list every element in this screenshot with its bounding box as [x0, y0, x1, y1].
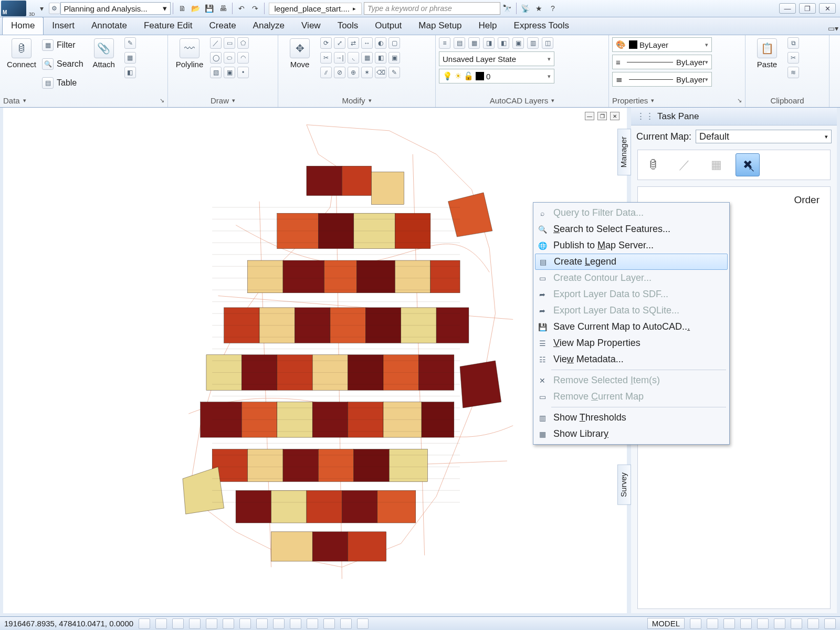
app-icon[interactable]: M [1, 1, 26, 16]
tab-map-setup[interactable]: Map Setup [410, 17, 470, 35]
sb-5[interactable] [206, 618, 217, 629]
move-button[interactable]: ✥Move [281, 37, 318, 69]
sb-11[interactable] [307, 618, 318, 629]
offset-icon[interactable]: ⫽ [320, 67, 332, 78]
tp-tools-icon[interactable]: ✖↖ [736, 153, 760, 176]
tab-express-tools[interactable]: Express Tools [506, 17, 578, 35]
tp-style-icon[interactable]: ／ [673, 153, 697, 176]
ellipse-icon[interactable]: ⬭ [224, 52, 235, 64]
mirror-icon[interactable]: ⇄ [348, 37, 359, 49]
restore-button[interactable]: ❐ [799, 3, 816, 14]
print-icon[interactable]: 🖶 [217, 2, 229, 15]
array-icon[interactable]: ▦ [361, 52, 373, 64]
polyline-button[interactable]: 〰Polyline [171, 37, 208, 69]
scale-icon[interactable]: ⤢ [334, 37, 345, 49]
close-button[interactable]: ✕ [819, 3, 836, 14]
mod-c-icon[interactable]: ◧ [375, 52, 386, 64]
minimize-button[interactable]: — [779, 3, 796, 14]
tab-annotate[interactable]: Annotate [83, 17, 135, 35]
ribbon-options-icon[interactable]: ▭▾ [827, 22, 839, 35]
region-icon[interactable]: ▣ [224, 67, 235, 78]
match-icon[interactable]: ≋ [788, 67, 799, 78]
redo-icon[interactable]: ↷ [249, 2, 261, 15]
comm-center-icon[interactable]: 📡 [519, 2, 532, 15]
rotate-icon[interactable]: ⟳ [320, 37, 332, 49]
tab-view[interactable]: View [293, 17, 329, 35]
tab-help[interactable]: Help [470, 17, 506, 35]
circle-icon[interactable]: ◯ [210, 52, 222, 64]
save-icon[interactable]: 💾 [203, 2, 216, 15]
sb-r4[interactable] [740, 618, 752, 629]
prop-color-select[interactable]: 🎨ByLayer▾ [612, 37, 712, 52]
prop-lineweight-select[interactable]: ≡ByLayer▾ [612, 55, 712, 69]
vtab-display-manager[interactable]: Manager [617, 129, 631, 175]
filter-button[interactable]: ▦Filter [42, 37, 83, 53]
stretch-icon[interactable]: ↔ [361, 37, 373, 49]
document-tab[interactable]: legend_place_start.... ▸ [269, 3, 362, 15]
tab-home[interactable]: Home [2, 17, 44, 35]
trim-icon[interactable]: ✂ [320, 52, 332, 64]
sb-r6[interactable] [774, 618, 785, 629]
cut-icon[interactable]: ✂ [788, 52, 799, 64]
group-modify-label[interactable]: Modify▾ [281, 94, 432, 107]
sb-r1[interactable] [690, 618, 701, 629]
sb-7[interactable] [239, 618, 251, 629]
sb-12[interactable] [323, 618, 335, 629]
help-icon[interactable]: ? [547, 2, 559, 15]
sb-r2[interactable] [707, 618, 718, 629]
binoculars-icon[interactable]: 🔭 [501, 2, 513, 15]
qat-dropdown-icon[interactable]: ▾ [36, 2, 48, 15]
menu-item-search-to-select-features[interactable]: 🔍Search to Select Features... [533, 221, 729, 237]
workspace-selector[interactable]: Planning and Analysis... ▾ [60, 2, 171, 15]
copy-icon[interactable]: ⧉ [788, 37, 799, 49]
menu-item-show-library[interactable]: ▦Show Library [533, 426, 729, 442]
sb-1[interactable] [139, 618, 150, 629]
group-properties-label[interactable]: Properties▾↘ [612, 94, 742, 107]
rect-icon[interactable]: ▭ [224, 37, 235, 49]
model-space-button[interactable]: MODEL [647, 618, 685, 629]
sb-13[interactable] [340, 618, 352, 629]
sb-14[interactable] [357, 618, 369, 629]
tab-tools[interactable]: Tools [329, 17, 367, 35]
connect-button[interactable]: 🛢Connect [3, 37, 40, 69]
current-map-select[interactable]: Default▾ [696, 130, 832, 143]
sb-r7[interactable] [791, 618, 802, 629]
menu-item-view-metadata[interactable]: ☷View Metadata... [533, 351, 729, 368]
tp-table-icon[interactable]: ▦ [704, 153, 728, 176]
tab-insert[interactable]: Insert [44, 17, 83, 35]
tab-analyze[interactable]: Analyze [245, 17, 293, 35]
extend-icon[interactable]: →| [334, 52, 345, 64]
join-icon[interactable]: ⊕ [348, 67, 359, 78]
mod-f-icon[interactable]: ✎ [388, 67, 400, 78]
sb-2[interactable] [155, 618, 167, 629]
sb-8[interactable] [256, 618, 268, 629]
tab-create[interactable]: Create [201, 17, 245, 35]
favorite-icon[interactable]: ★ [533, 2, 545, 15]
break-icon[interactable]: ⊘ [334, 67, 345, 78]
sb-3[interactable] [172, 618, 184, 629]
group-layers-label[interactable]: AutoCAD Layers▾ [439, 94, 605, 107]
fillet-icon[interactable]: ◟ [348, 52, 359, 64]
canvas-close-icon[interactable]: ✕ [610, 112, 620, 120]
sb-6[interactable] [223, 618, 234, 629]
layer-t1-icon[interactable]: ≡ [439, 37, 450, 49]
tab-feature-edit[interactable]: Feature Edit [135, 17, 201, 35]
hatch-icon[interactable]: ▧ [210, 67, 222, 78]
undo-icon[interactable]: ↶ [235, 2, 248, 15]
attach-button[interactable]: 📎Attach [86, 37, 122, 69]
sb-r9[interactable] [824, 618, 836, 629]
data-tool-1-icon[interactable]: ✎ [124, 37, 136, 49]
layer-state-select[interactable]: Unsaved Layer State▾ [439, 51, 554, 66]
menu-item-view-map-properties[interactable]: ☰View Map Properties [533, 335, 729, 351]
layer-t7-icon[interactable]: ▥ [527, 37, 539, 49]
sb-9[interactable] [273, 618, 285, 629]
erase-icon[interactable]: ⌫ [375, 67, 386, 78]
layer-t3-icon[interactable]: ▦ [468, 37, 480, 49]
prop-linetype-select[interactable]: ≣ByLayer▾ [612, 72, 712, 87]
mod-b-icon[interactable]: ▢ [388, 37, 400, 49]
canvas-restore-icon[interactable]: ❐ [597, 112, 607, 120]
point-icon[interactable]: • [237, 67, 249, 78]
arc-icon[interactable]: ◠ [237, 52, 249, 64]
layer-t4-icon[interactable]: ◨ [483, 37, 495, 49]
current-layer-select[interactable]: 💡 ☀ 🔓 0▾ [439, 69, 554, 83]
